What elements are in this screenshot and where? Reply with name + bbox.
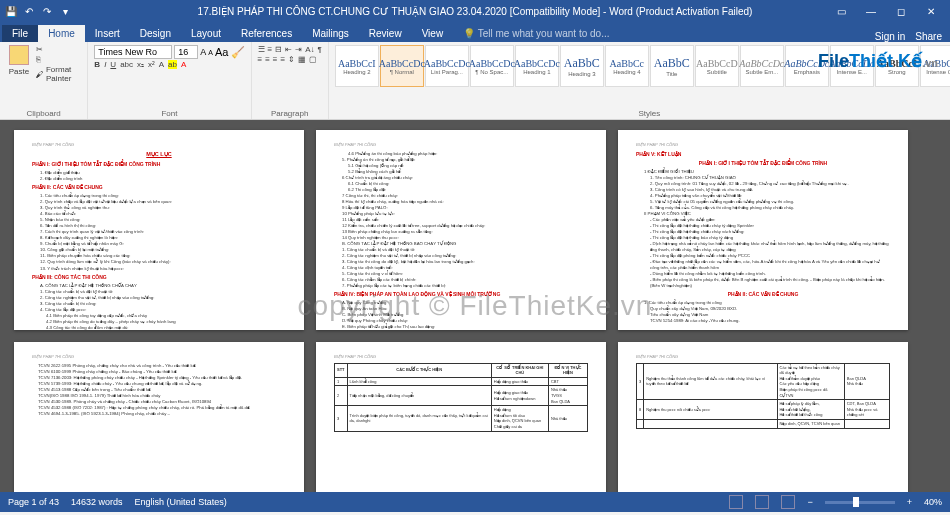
- style-subtle-emphasis[interactable]: AaBbCcDcSubtle Em...: [740, 45, 784, 87]
- sign-in-link[interactable]: Sign in: [875, 31, 906, 42]
- word-count[interactable]: 14632 words: [71, 497, 123, 507]
- increase-indent-icon[interactable]: ⇥: [295, 45, 302, 54]
- grow-font-icon[interactable]: A: [200, 47, 206, 57]
- justify-icon[interactable]: ≡: [281, 55, 286, 64]
- undo-icon[interactable]: ↶: [22, 4, 36, 18]
- qat-customize-icon[interactable]: ▾: [58, 4, 72, 18]
- subscript-button[interactable]: x₂: [137, 60, 144, 69]
- tab-home[interactable]: Home: [38, 25, 85, 42]
- style-no-spacing[interactable]: AaBbCcDc¶ No Spac...: [470, 45, 514, 87]
- page-5[interactable]: BIỆN PHÁP THI CÔNG STTCÁC BƯỚC THỰC HIỆN…: [316, 342, 606, 492]
- paragraph-group: ☰ ≡ ⊟ ⇤ ⇥ A↓ ¶ ≡ ≡ ≡ ≡ ⇕ ▦ ▢ Paragraph: [252, 42, 329, 119]
- zoom-out-button[interactable]: −: [807, 497, 812, 507]
- change-case-icon[interactable]: Aa: [215, 46, 228, 58]
- tab-insert[interactable]: Insert: [85, 25, 130, 42]
- bullets-icon[interactable]: ☰: [258, 45, 265, 54]
- tab-file[interactable]: File: [2, 25, 38, 42]
- close-icon[interactable]: ✕: [916, 0, 946, 22]
- font-name-select[interactable]: Times New Ro: [94, 45, 172, 59]
- page-3[interactable]: BIỆN PHÁP THI CÔNG PHẦN V: KẾT LUẬN PHẦN…: [618, 130, 908, 330]
- clipboard-group: Paste ✂ ⎘ 🖌 Format Painter Clipboard: [0, 42, 88, 119]
- language-indicator[interactable]: English (United States): [135, 497, 227, 507]
- paste-button[interactable]: Paste: [6, 45, 32, 76]
- style-subtitle[interactable]: AaBbCcDSubtitle: [695, 45, 739, 87]
- tell-me-input[interactable]: 💡 Tell me what you want to do...: [453, 25, 619, 42]
- format-painter-button[interactable]: 🖌 Format Painter: [36, 65, 81, 83]
- status-bar: Page 1 of 43 14632 words English (United…: [0, 492, 950, 512]
- decrease-indent-icon[interactable]: ⇤: [285, 45, 292, 54]
- title-bar: 💾 ↶ ↷ ▾ 17.BIỆN PHÁP THI CÔNG CT.CHUNG C…: [0, 0, 950, 22]
- tab-references[interactable]: References: [231, 25, 302, 42]
- web-layout-icon[interactable]: [781, 495, 795, 509]
- redo-icon[interactable]: ↷: [40, 4, 54, 18]
- read-mode-icon[interactable]: [729, 495, 743, 509]
- process-table-2: 3Nghiệm thu thảo thành công lãm tới đưa …: [636, 363, 890, 429]
- save-icon[interactable]: 💾: [4, 4, 18, 18]
- page-6[interactable]: BIỆN PHÁP THI CÔNG 3Nghiệm thu thảo thàn…: [618, 342, 908, 492]
- underline-button[interactable]: U: [110, 60, 116, 69]
- style-heading3[interactable]: AaBbCHeading 3: [560, 45, 604, 87]
- maximize-icon[interactable]: ◻: [886, 0, 916, 22]
- process-table-1: STTCÁC BƯỚC THỰC HIỆNCƠ SỞ TRIỂN KHAI GH…: [334, 363, 588, 432]
- font-group: Times New Ro 16 A A Aa 🧹 B I U abc x₂ x²…: [88, 42, 251, 119]
- document-workspace[interactable]: copyright © FileThietKe.vn BIỆN PHÁP THI…: [0, 120, 950, 492]
- style-heading1[interactable]: AaBbCcDcHeading 1: [515, 45, 559, 87]
- style-list-paragraph[interactable]: AaBbCcDcList Parag...: [425, 45, 469, 87]
- align-right-icon[interactable]: ≡: [273, 55, 278, 64]
- zoom-level[interactable]: 40%: [924, 497, 942, 507]
- tab-layout[interactable]: Layout: [181, 25, 231, 42]
- borders-icon[interactable]: ▢: [309, 55, 317, 64]
- minimize-icon[interactable]: —: [856, 0, 886, 22]
- cut-button[interactable]: ✂: [36, 45, 81, 54]
- italic-button[interactable]: I: [104, 60, 106, 69]
- text-effects-icon[interactable]: A: [159, 60, 164, 69]
- superscript-button[interactable]: x²: [148, 60, 155, 69]
- page-2[interactable]: BIỆN PHÁP THI CÔNG 4.6 Phương án thi côn…: [316, 130, 606, 330]
- copy-button[interactable]: ⎘: [36, 55, 81, 64]
- ribbon-options-icon[interactable]: ▭: [826, 0, 856, 22]
- strike-button[interactable]: abc: [120, 60, 133, 69]
- window-title: 17.BIỆN PHÁP THI CÔNG CT.CHUNG CƯ THUẬN …: [198, 6, 753, 17]
- zoom-in-button[interactable]: +: [907, 497, 912, 507]
- ribbon-tabs: File Home Insert Design Layout Reference…: [0, 22, 950, 42]
- font-color-icon[interactable]: A: [181, 60, 186, 69]
- page-4[interactable]: BIỆN PHÁP THI CÔNG TCVN 2622:1995 Phòng …: [14, 342, 304, 492]
- shading-icon[interactable]: ▦: [298, 55, 306, 64]
- tab-review[interactable]: Review: [359, 25, 412, 42]
- ribbon: FileThiết Kế.vn Paste ✂ ⎘ 🖌 Format Paint…: [0, 42, 950, 120]
- page-indicator[interactable]: Page 1 of 43: [8, 497, 59, 507]
- multilevel-icon[interactable]: ⊟: [275, 45, 282, 54]
- shrink-font-icon[interactable]: A: [208, 49, 213, 56]
- zoom-slider[interactable]: [825, 501, 895, 504]
- watermark-logo: FileThiết Kế.vn: [818, 50, 938, 72]
- font-size-select[interactable]: 16: [174, 45, 198, 59]
- print-layout-icon[interactable]: [755, 495, 769, 509]
- align-left-icon[interactable]: ≡: [258, 55, 263, 64]
- show-marks-icon[interactable]: ¶: [318, 45, 322, 54]
- style-title[interactable]: AaBbCTitle: [650, 45, 694, 87]
- tab-mailings[interactable]: Mailings: [302, 25, 359, 42]
- clear-formatting-icon[interactable]: 🧹: [231, 46, 245, 59]
- share-button[interactable]: Share: [915, 31, 942, 42]
- sort-icon[interactable]: A↓: [305, 45, 314, 54]
- style-heading4[interactable]: AaBbCcHeading 4: [605, 45, 649, 87]
- style-normal[interactable]: AaBbCcDc¶ Normal: [380, 45, 424, 87]
- highlight-icon[interactable]: ab: [168, 60, 177, 69]
- paste-icon: [9, 45, 29, 65]
- line-spacing-icon[interactable]: ⇕: [288, 55, 295, 64]
- bold-button[interactable]: B: [94, 60, 100, 69]
- numbering-icon[interactable]: ≡: [268, 45, 273, 54]
- tab-design[interactable]: Design: [130, 25, 181, 42]
- page-1[interactable]: BIỆN PHÁP THI CÔNG MỤC LỤC PHẦN I: GIỚI …: [14, 130, 304, 330]
- style-heading2[interactable]: AaBbCcIHeading 2: [335, 45, 379, 87]
- align-center-icon[interactable]: ≡: [265, 55, 270, 64]
- tab-view[interactable]: View: [412, 25, 454, 42]
